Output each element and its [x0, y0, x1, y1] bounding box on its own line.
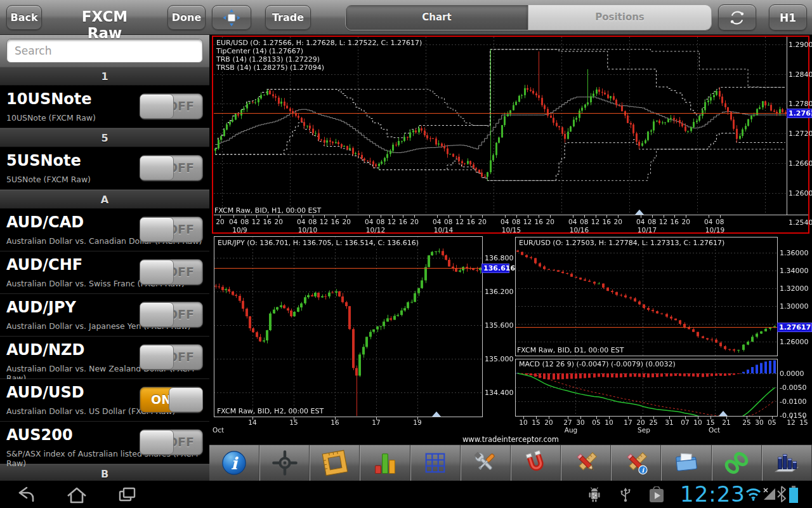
toggle-5usnote[interactable]: OFF	[140, 155, 203, 181]
instrument-row[interactable]: 10USNote10USNote (FXCM Raw)OFF	[0, 86, 209, 128]
toggle-aus200[interactable]: OFF	[140, 429, 203, 455]
instrument-sidebar: 110USNote10USNote (FXCM Raw)OFF55USNote5…	[0, 35, 209, 481]
instrument-symbol: AUD/CAD	[6, 213, 84, 231]
tool-ruler-button[interactable]	[310, 445, 360, 481]
bar-chart-icon	[371, 449, 399, 477]
instrument-list: 110USNote10USNote (FXCM Raw)OFF55USNote5…	[0, 67, 209, 481]
toggle-knob	[140, 345, 174, 370]
bluetooth-icon	[776, 486, 787, 502]
timeframe-button[interactable]: H1	[769, 4, 807, 30]
chart-positions-tabs: Chart Positions	[345, 4, 712, 30]
instrument-row[interactable]: 5USNote5USNote (FXCM Raw)OFF	[0, 147, 209, 190]
section-header: 5	[0, 128, 209, 147]
instrument-row[interactable]: AUD/JPYAustralian Dollar vs. Japanese Ye…	[0, 294, 209, 337]
toggle-audnzd[interactable]: OFF	[140, 344, 203, 370]
done-button[interactable]: Done	[167, 5, 206, 30]
tool-folder-button[interactable]	[661, 445, 711, 481]
instrument-row[interactable]: AUS200S&P/ASX index of Australian listed…	[0, 422, 209, 464]
instrument-row[interactable]: AUD/USDAustralian Dollar vs. US Dollar (…	[0, 379, 209, 422]
instrument-symbol: 10USNote	[6, 90, 92, 108]
chart-area: EUR/USD (O: 1.27566, H: 1.27628, L: 1.27…	[209, 35, 812, 444]
instrument-symbol: 5USNote	[6, 152, 81, 170]
tool-magnet-button[interactable]	[511, 445, 561, 481]
crosshair-icon	[271, 449, 299, 477]
android-home-icon[interactable]	[65, 484, 89, 505]
tools-icon	[471, 449, 499, 477]
scroll-to-latest-button[interactable]	[634, 210, 645, 216]
instrument-description: 5USNote (FXCM Raw)	[6, 175, 91, 184]
scroll-to-latest-button[interactable]	[431, 411, 442, 418]
magnet-icon	[522, 449, 550, 477]
move-icon	[221, 8, 242, 28]
toggle-10usnote[interactable]: OFF	[140, 93, 203, 119]
toggle-knob	[140, 260, 174, 284]
instrument-symbol: AUD/NZD	[6, 341, 84, 359]
section-header: A	[0, 190, 209, 209]
drawing-tools-info-icon: i	[622, 449, 650, 477]
top-bar: Back FXCM Raw Done Trade Chart Positions…	[0, 0, 812, 35]
tool-drawing-tools-button[interactable]	[561, 445, 611, 481]
tool-market-depth-button[interactable]	[762, 445, 812, 481]
search-input[interactable]	[6, 39, 203, 63]
tab-chart[interactable]: Chart	[346, 5, 528, 30]
instrument-description: 10USNote (FXCM Raw)	[6, 113, 96, 123]
instrument-row[interactable]: AUD/CADAustralian Dollar vs. Canadian Do…	[0, 209, 209, 251]
instrument-row[interactable]: AUD/CHFAustralian Dollar vs. Swiss Franc…	[0, 251, 209, 294]
folder-icon	[672, 449, 700, 477]
scroll-to-latest-button[interactable]	[718, 411, 728, 417]
toggle-knob	[140, 217, 174, 242]
android-debug-icon	[588, 487, 601, 502]
android-back-icon[interactable]	[14, 484, 37, 505]
sync-icon	[728, 8, 747, 27]
instrument-symbol: AUD/CHF	[6, 256, 82, 274]
page-title: FXCM Raw	[63, 8, 146, 41]
toggle-audchf[interactable]: OFF	[140, 259, 203, 285]
grid-icon	[421, 449, 449, 477]
drawing-tools-icon	[572, 449, 600, 477]
tool-drawing-tools-info-button[interactable]: i	[611, 445, 661, 481]
toggle-audcad[interactable]: OFF	[140, 217, 203, 243]
instrument-symbol: AUS200	[6, 426, 73, 444]
market-depth-icon	[773, 449, 801, 477]
watermark-url: www.tradeinterceptor.com	[209, 435, 812, 444]
ruler-icon	[321, 449, 349, 477]
wifi-icon	[745, 486, 762, 502]
tool-grid-button[interactable]	[410, 445, 461, 481]
charts-canvas[interactable]	[209, 35, 812, 444]
toggle-audjpy[interactable]: OFF	[140, 302, 203, 328]
usb-icon	[619, 487, 632, 502]
toggle-knob	[169, 387, 203, 412]
tool-tools-button[interactable]	[461, 445, 511, 481]
toggle-knob	[140, 94, 174, 119]
trade-button[interactable]: Trade	[265, 5, 311, 30]
tool-crosshair-button[interactable]	[259, 445, 310, 481]
section-header: 1	[0, 67, 209, 86]
toggle-knob	[140, 156, 174, 180]
signal-icon	[763, 487, 776, 501]
move-chart-button[interactable]	[212, 5, 251, 30]
tab-positions[interactable]: Positions	[528, 5, 711, 30]
android-nav-bar: 12:23	[0, 481, 812, 508]
android-recents-icon[interactable]	[115, 484, 140, 505]
tool-info-button[interactable]: i	[209, 445, 259, 481]
instrument-row[interactable]: AUD/NZDAustralian Dollar vs. New Zealand…	[0, 337, 209, 379]
battery-icon	[789, 486, 799, 503]
instrument-symbol: AUD/JPY	[6, 298, 76, 316]
clock: 12:23	[680, 481, 745, 507]
info-icon: i	[220, 449, 248, 477]
toggle-knob	[140, 302, 174, 327]
link-icon	[723, 449, 750, 477]
chart-toolbar: ii	[209, 444, 812, 481]
toggle-knob	[140, 430, 174, 455]
back-button[interactable]: Back	[6, 5, 42, 30]
sync-button[interactable]	[718, 4, 756, 30]
tool-bar-chart-button[interactable]	[360, 445, 410, 481]
app-screen: Back FXCM Raw Done Trade Chart Positions…	[0, 0, 812, 508]
tool-link-button[interactable]	[712, 445, 762, 481]
toggle-audusd[interactable]: ON	[140, 387, 203, 413]
download-icon	[648, 486, 665, 503]
instrument-symbol: AUD/USD	[6, 384, 84, 401]
